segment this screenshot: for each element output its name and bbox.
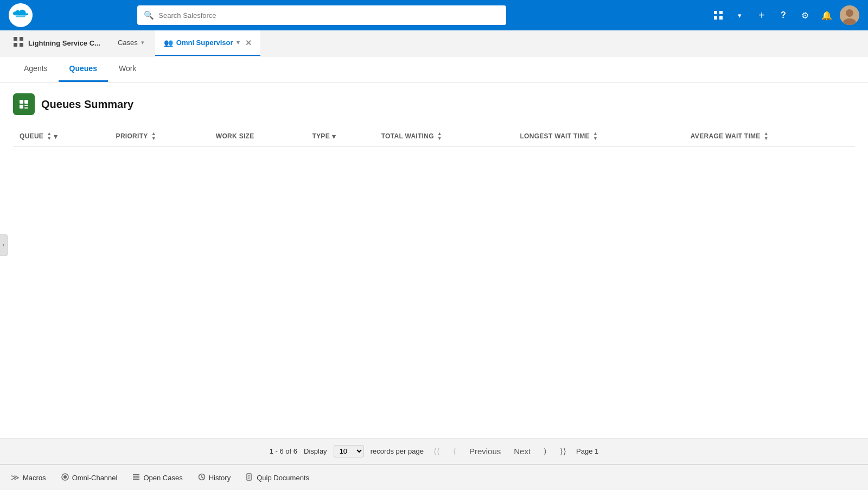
priority-sort-icon[interactable]: ▲▼: [151, 131, 156, 141]
svg-rect-1: [719, 11, 723, 14]
svg-rect-7: [14, 37, 17, 41]
next-page-button[interactable]: ⟩: [540, 444, 550, 459]
help-button[interactable]: ?: [775, 7, 792, 24]
queue-filter-icon[interactable]: ▾: [54, 132, 58, 141]
svg-rect-13: [20, 105, 23, 109]
sub-tab-work[interactable]: Work: [108, 56, 147, 82]
history-icon: [198, 473, 206, 482]
quip-documents-label: Quip Documents: [257, 474, 309, 482]
quip-documents-icon: [246, 473, 253, 482]
quip-documents-item[interactable]: Quip Documents: [246, 473, 309, 482]
avg-wait-sort-icon[interactable]: ▲▼: [764, 131, 769, 141]
history-label: History: [209, 474, 231, 482]
records-per-page-label: records per page: [371, 447, 424, 455]
svg-rect-12: [24, 100, 28, 104]
svg-rect-11: [20, 100, 23, 104]
svg-rect-20: [133, 479, 139, 480]
current-page: Page 1: [576, 447, 598, 455]
settings-button[interactable]: ⚙: [796, 7, 814, 24]
col-header-type: TYPE ▾: [305, 126, 374, 147]
omni-channel-label: Omni-Channel: [72, 474, 118, 482]
svg-rect-18: [133, 474, 139, 475]
macros-icon: ≫: [11, 473, 20, 482]
search-icon: 🔍: [144, 10, 154, 20]
table-header-row: QUEUE ▲▼ ▾ PRIORITY ▲▼: [13, 126, 855, 147]
svg-rect-2: [714, 16, 717, 20]
pagination-bar: 1 - 6 of 6 Display 10 25 50 100 records …: [0, 438, 868, 464]
col-header-longest-wait: LONGEST WAIT TIME ▲▼: [513, 126, 684, 147]
notifications-button[interactable]: 🔔: [818, 7, 835, 24]
queues-area: Queues Summary QUEUE ▲▼ ▾: [0, 82, 868, 438]
col-header-work-size: WORK SIZE: [209, 126, 306, 147]
svg-point-17: [63, 475, 67, 479]
pagination-range: 1 - 6 of 6: [270, 447, 297, 455]
queues-header: Queues Summary: [13, 93, 855, 115]
previous-label-button[interactable]: Previous: [466, 444, 504, 458]
longest-wait-sort-icon[interactable]: ▲▼: [593, 131, 598, 141]
col-header-priority: PRIORITY ▲▼: [110, 126, 209, 147]
tab-omni-supervisor[interactable]: 👥 Omni Supervisor ▾ ✕: [155, 30, 260, 56]
svg-rect-15: [24, 107, 28, 109]
last-page-button[interactable]: ⟩⟩: [557, 444, 570, 459]
grid-icon[interactable]: [13, 36, 24, 50]
svg-rect-10: [20, 43, 23, 47]
svg-rect-14: [24, 105, 28, 106]
next-label-button[interactable]: Next: [510, 444, 534, 458]
svg-point-5: [846, 9, 853, 17]
salesforce-logo[interactable]: [9, 3, 33, 27]
tab-omni-supervisor-label: Omni Supervisor: [176, 39, 233, 47]
avatar[interactable]: [840, 5, 859, 25]
sub-tabs: Agents Queues Work: [0, 56, 868, 82]
app-name: Lightning Service C...: [28, 39, 100, 47]
omni-supervisor-icon: 👥: [164, 39, 173, 47]
top-navigation: 🔍 ▾ + ? ⚙ 🔔: [0, 0, 868, 30]
svg-rect-8: [20, 37, 23, 41]
macros-label: Macros: [23, 474, 46, 482]
open-cases-item[interactable]: Open Cases: [132, 473, 182, 482]
col-header-queue: QUEUE ▲▼ ▾: [13, 126, 110, 147]
search-input[interactable]: [158, 11, 500, 20]
app-launcher[interactable]: Lightning Service C...: [7, 30, 107, 56]
chevron-down-icon[interactable]: ▾: [731, 7, 749, 24]
sub-tab-queues[interactable]: Queues: [59, 56, 108, 82]
pagination-display-label: Display: [304, 447, 327, 455]
total-waiting-sort-icon[interactable]: ▲▼: [437, 131, 442, 141]
add-button[interactable]: +: [753, 7, 770, 24]
queues-icon: [13, 93, 35, 115]
prev-page-button[interactable]: ⟨: [450, 444, 459, 459]
open-cases-icon: [132, 473, 140, 482]
tab-cases-label: Cases: [118, 39, 138, 47]
omni-channel-icon: [61, 473, 69, 482]
collapse-handle[interactable]: ›: [0, 234, 8, 256]
first-page-button[interactable]: ⟨⟨: [430, 444, 443, 459]
records-per-page-select[interactable]: 10 25 50 100: [334, 445, 364, 457]
nav-right-icons: ▾ + ? ⚙ 🔔: [710, 5, 859, 25]
col-header-avg-wait: AVERAGE WAIT TIME ▲▼: [684, 126, 855, 147]
tab-cases-chevron: ▾: [141, 39, 144, 46]
omni-channel-item[interactable]: Omni-Channel: [61, 473, 118, 482]
open-cases-label: Open Cases: [143, 474, 182, 482]
queues-title: Queues Summary: [41, 98, 133, 111]
view-switcher-button[interactable]: [710, 7, 727, 24]
macros-item[interactable]: ≫ Macros: [11, 473, 46, 482]
main-content: Agents Queues Work Queues Summary: [0, 56, 868, 464]
col-header-total-waiting: TOTAL WAITING ▲▼: [375, 126, 514, 147]
bottom-bar: ≫ Macros Omni-Channel Open Cases History…: [0, 464, 868, 490]
sub-tab-agents[interactable]: Agents: [13, 56, 59, 82]
history-item[interactable]: History: [198, 473, 231, 482]
svg-rect-9: [14, 43, 17, 47]
queue-sort-icon[interactable]: ▲▼: [47, 131, 52, 141]
type-filter-icon[interactable]: ▾: [332, 132, 336, 141]
search-bar[interactable]: 🔍: [137, 5, 506, 25]
tab-bar: Lightning Service C... Cases ▾ 👥 Omni Su…: [0, 30, 868, 56]
tab-omni-supervisor-close[interactable]: ✕: [245, 39, 252, 47]
tab-cases[interactable]: Cases ▾: [109, 30, 153, 56]
svg-rect-0: [714, 11, 717, 14]
tab-omni-supervisor-chevron: ▾: [237, 39, 240, 46]
svg-rect-19: [133, 476, 139, 478]
queues-table: QUEUE ▲▼ ▾ PRIORITY ▲▼: [13, 126, 855, 147]
svg-rect-3: [719, 16, 723, 20]
